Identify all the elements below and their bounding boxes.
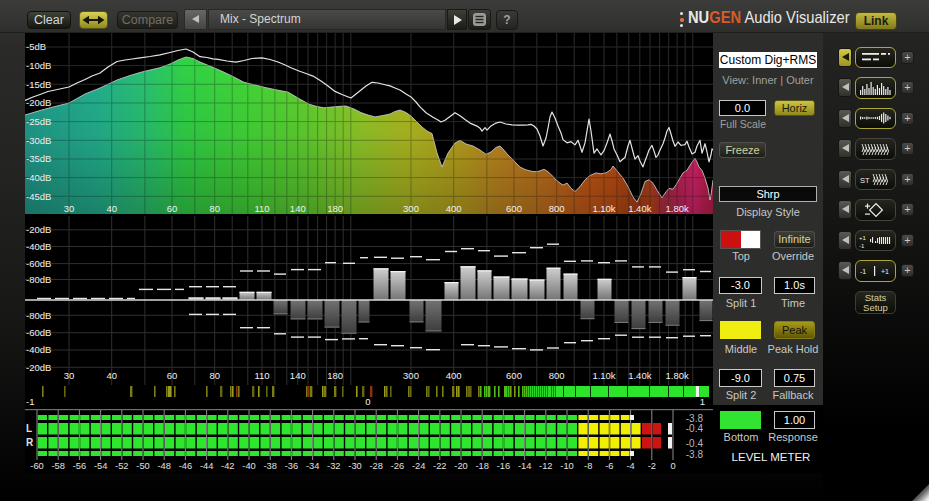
svg-text:R: R — [26, 437, 34, 448]
svg-text:-2: -2 — [648, 461, 656, 471]
svg-text:400: 400 — [446, 370, 462, 381]
svg-text:110: 110 — [254, 370, 269, 381]
svg-text:180: 180 — [327, 370, 343, 381]
svg-text:-34: -34 — [306, 461, 319, 471]
svg-text:-20dB: -20dB — [26, 224, 51, 235]
svg-text:-3.8: -3.8 — [686, 449, 704, 460]
svg-text:L: L — [26, 423, 32, 434]
svg-text:-60dB: -60dB — [26, 258, 51, 269]
svg-text:180: 180 — [327, 203, 343, 214]
svg-text:-52: -52 — [115, 461, 128, 471]
svg-text:800: 800 — [549, 370, 565, 381]
svg-text:1.80k: 1.80k — [665, 203, 688, 214]
svg-text:-4: -4 — [626, 461, 634, 471]
svg-text:-80dB: -80dB — [26, 274, 51, 285]
svg-text:1.40k: 1.40k — [628, 203, 651, 214]
svg-text:-40dB: -40dB — [26, 172, 51, 183]
svg-text:-25dB: -25dB — [26, 116, 51, 127]
svg-text:80: 80 — [209, 370, 220, 381]
svg-text:-50: -50 — [136, 461, 149, 471]
svg-text:-36: -36 — [285, 461, 298, 471]
svg-text:-30: -30 — [348, 461, 361, 471]
svg-text:1.10k: 1.10k — [592, 203, 615, 214]
svg-text:-44: -44 — [200, 461, 213, 471]
svg-text:-10dB: -10dB — [26, 60, 51, 71]
svg-text:40: 40 — [106, 203, 117, 214]
svg-text:-30dB: -30dB — [26, 135, 51, 146]
svg-text:-54: -54 — [94, 461, 107, 471]
svg-text:300: 300 — [403, 370, 419, 381]
svg-text:800: 800 — [549, 203, 565, 214]
svg-text:400: 400 — [446, 203, 462, 214]
svg-text:0: 0 — [670, 461, 675, 471]
svg-text:-12: -12 — [539, 461, 552, 471]
svg-text:-28: -28 — [369, 461, 382, 471]
svg-text:ST: ST — [860, 176, 870, 185]
svg-text:-45dB: -45dB — [26, 191, 51, 202]
svg-text:-26: -26 — [391, 461, 404, 471]
svg-text:30: 30 — [64, 370, 75, 381]
svg-text:-1: -1 — [859, 242, 865, 248]
svg-text:-38: -38 — [263, 461, 276, 471]
svg-text:600: 600 — [506, 370, 522, 381]
svg-text:140: 140 — [290, 370, 306, 381]
svg-text:40: 40 — [106, 370, 117, 381]
svg-text:1.40k: 1.40k — [628, 370, 651, 381]
svg-text:-56: -56 — [73, 461, 86, 471]
svg-text:-1: -1 — [860, 268, 866, 275]
svg-text:80: 80 — [209, 203, 220, 214]
svg-text:-48: -48 — [157, 461, 170, 471]
svg-text:110: 110 — [254, 203, 269, 214]
svg-text:-80dB: -80dB — [26, 310, 51, 321]
svg-text:-40: -40 — [242, 461, 255, 471]
svg-text:-20dB: -20dB — [26, 97, 51, 108]
svg-text:-6: -6 — [605, 461, 613, 471]
svg-text:-16: -16 — [497, 461, 510, 471]
svg-text:-42: -42 — [221, 461, 234, 471]
svg-text:-32: -32 — [327, 461, 340, 471]
svg-text:60: 60 — [167, 203, 178, 214]
svg-text:140: 140 — [290, 203, 306, 214]
svg-text:60: 60 — [167, 370, 178, 381]
svg-text:-46: -46 — [179, 461, 192, 471]
svg-text:-5dB: -5dB — [26, 41, 46, 52]
svg-text:-40dB: -40dB — [26, 241, 51, 252]
svg-text:-40dB: -40dB — [26, 344, 51, 355]
svg-text:-58: -58 — [51, 461, 64, 471]
svg-text:-24: -24 — [412, 461, 425, 471]
svg-text:-8: -8 — [584, 461, 592, 471]
svg-text:-35dB: -35dB — [26, 153, 51, 164]
svg-text:-20dB: -20dB — [26, 362, 51, 373]
svg-text:-14: -14 — [518, 461, 531, 471]
svg-text:-20: -20 — [454, 461, 467, 471]
svg-text:+1: +1 — [881, 268, 889, 275]
svg-text:300: 300 — [403, 203, 419, 214]
svg-text:1.10k: 1.10k — [592, 370, 615, 381]
svg-text:+1: +1 — [859, 235, 867, 241]
svg-text:600: 600 — [506, 203, 522, 214]
svg-text:-22: -22 — [433, 461, 446, 471]
svg-text:1.80k: 1.80k — [665, 370, 688, 381]
svg-text:-60: -60 — [30, 461, 43, 471]
svg-text:-18: -18 — [475, 461, 488, 471]
svg-text:-15dB: -15dB — [26, 79, 51, 90]
svg-text:-10: -10 — [560, 461, 573, 471]
svg-text:30: 30 — [64, 203, 75, 214]
svg-text:-60dB: -60dB — [26, 327, 51, 338]
